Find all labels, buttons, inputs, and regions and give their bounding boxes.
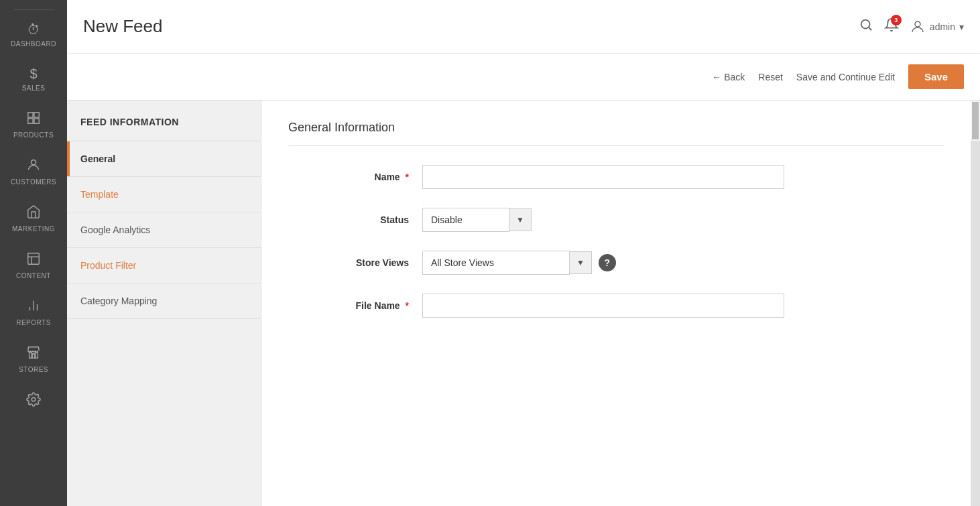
- name-label: Name *: [288, 172, 422, 182]
- store-views-help-icon[interactable]: ?: [599, 254, 616, 271]
- main-content: New Feed 3 admin ▾ ← Ba: [67, 0, 980, 506]
- back-button[interactable]: ← Back: [712, 72, 745, 82]
- sidebar-item-content[interactable]: CONTENT: [0, 242, 67, 289]
- svg-rect-3: [34, 119, 39, 123]
- svg-rect-13: [36, 353, 38, 358]
- save-button[interactable]: Save: [908, 64, 964, 89]
- top-header: New Feed 3 admin ▾: [67, 0, 980, 54]
- sidebar-item-stores[interactable]: STORES: [0, 336, 67, 383]
- file-name-required-star: *: [406, 300, 409, 311]
- section-divider: [288, 145, 944, 146]
- marketing-icon: [26, 204, 41, 223]
- sidebar-item-products-label: PRODUCTS: [13, 131, 54, 139]
- main-scrollbar[interactable]: [971, 101, 980, 506]
- store-views-select[interactable]: All Store Views: [422, 251, 570, 275]
- sidebar-item-content-label: CONTENT: [16, 272, 51, 279]
- content-area: FEED INFORMATION General Template Google…: [67, 101, 980, 506]
- status-select[interactable]: Disable Enable: [422, 208, 509, 232]
- sidebar-item-system[interactable]: [0, 383, 67, 422]
- svg-point-15: [861, 20, 870, 29]
- store-views-field-row: Store Views All Store Views ▼ ?: [288, 251, 944, 275]
- svg-point-17: [915, 21, 920, 27]
- sales-icon: $: [29, 66, 37, 82]
- customers-icon: [26, 157, 41, 176]
- file-name-field-row: File Name *: [288, 294, 944, 318]
- scrollbar-thumb[interactable]: [971, 101, 980, 141]
- sidebar-item-dashboard[interactable]: ⏱ DASHBOARD: [0, 13, 67, 57]
- status-select-wrapper: Disable Enable ▼: [422, 208, 532, 232]
- sidebar-item-sales[interactable]: $ SALES: [0, 57, 67, 101]
- status-field-row: Status Disable Enable ▼: [288, 208, 944, 232]
- sidebar-item-reports[interactable]: REPORTS: [0, 289, 67, 336]
- nav-item-general[interactable]: General: [67, 141, 261, 177]
- admin-avatar-icon: [910, 19, 926, 35]
- save-continue-button[interactable]: Save and Continue Edit: [796, 72, 895, 82]
- sidebar-item-customers[interactable]: CUSTOMERS: [0, 148, 67, 195]
- sidebar-item-dashboard-label: DASHBOARD: [11, 40, 56, 48]
- svg-rect-2: [28, 119, 33, 123]
- nav-item-google-analytics[interactable]: Google Analytics: [67, 212, 261, 248]
- admin-label: admin: [930, 21, 955, 32]
- products-icon: [26, 111, 41, 129]
- sidebar-item-marketing-label: MARKETING: [12, 225, 55, 233]
- admin-chevron-icon: ▾: [959, 21, 964, 32]
- svg-rect-1: [34, 113, 39, 117]
- notification-button[interactable]: 3: [884, 17, 899, 36]
- page-title: New Feed: [83, 16, 163, 37]
- nav-item-category-mapping[interactable]: Category Mapping: [67, 283, 261, 319]
- svg-point-14: [32, 397, 36, 401]
- sidebar-item-customers-label: CUSTOMERS: [11, 178, 56, 186]
- feed-info-header: FEED INFORMATION: [67, 101, 261, 141]
- system-icon: [26, 392, 41, 410]
- admin-menu[interactable]: admin ▾: [910, 19, 964, 35]
- dashboard-icon: ⏱: [27, 22, 40, 38]
- sidebar-item-marketing[interactable]: MARKETING: [0, 195, 67, 242]
- action-bar: ← Back Reset Save and Continue Edit Save: [67, 54, 980, 101]
- svg-rect-11: [29, 353, 32, 358]
- header-actions: 3 admin ▾: [859, 17, 964, 36]
- nav-item-template[interactable]: Template: [67, 177, 261, 212]
- content-icon: [26, 251, 41, 269]
- sidebar-item-sales-label: SALES: [22, 84, 46, 92]
- sidebar-item-stores-label: STORES: [19, 366, 48, 373]
- notification-badge: 3: [891, 15, 902, 25]
- status-label: Status: [288, 214, 422, 225]
- name-field-row: Name *: [288, 165, 944, 189]
- svg-line-16: [869, 27, 871, 30]
- reset-button[interactable]: Reset: [758, 72, 783, 82]
- name-required-star: *: [406, 172, 409, 182]
- file-name-input[interactable]: [422, 294, 784, 318]
- store-views-select-wrapper: All Store Views ▼: [422, 251, 592, 275]
- store-views-label: Store Views: [288, 257, 422, 268]
- left-nav: FEED INFORMATION General Template Google…: [67, 101, 261, 506]
- svg-rect-0: [28, 113, 33, 117]
- reports-icon: [26, 298, 41, 316]
- sidebar-item-products[interactable]: PRODUCTS: [0, 101, 67, 148]
- name-input[interactable]: [422, 165, 784, 189]
- stores-icon: [26, 345, 41, 363]
- svg-point-4: [31, 160, 36, 165]
- form-area: General Information Name * Status Disabl…: [261, 101, 971, 506]
- nav-item-product-filter[interactable]: Product Filter: [67, 248, 261, 283]
- store-views-select-arrow[interactable]: ▼: [570, 251, 592, 274]
- section-title: General Information: [288, 121, 944, 135]
- file-name-label: File Name *: [288, 300, 422, 311]
- search-button[interactable]: [859, 17, 873, 36]
- sidebar: ⏱ DASHBOARD $ SALES PRODUCTS CUSTOMERS M…: [0, 0, 67, 506]
- status-select-arrow[interactable]: ▼: [509, 208, 532, 231]
- svg-rect-5: [28, 253, 40, 265]
- svg-rect-12: [32, 354, 35, 358]
- sidebar-item-reports-label: REPORTS: [16, 319, 51, 326]
